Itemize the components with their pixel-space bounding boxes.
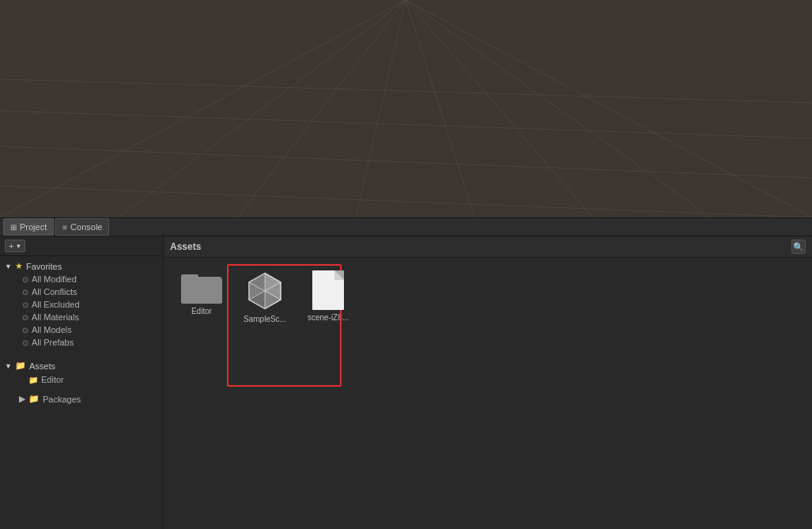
sidebar-item-all-models[interactable]: ⊙ All Models (0, 323, 163, 336)
svg-line-11 (406, 0, 593, 217)
search-icon-modified: ⊙ (22, 275, 28, 284)
editor-label: Editor (41, 375, 64, 384)
svg-line-10 (406, 0, 474, 217)
search-icon-excluded: ⊙ (22, 300, 28, 309)
svg-line-3 (0, 111, 812, 138)
plus-label: + (9, 241, 13, 251)
sidebar-item-all-prefabs[interactable]: ⊙ All Prefabs (0, 336, 163, 349)
editor-folder-icon: 📁 (28, 376, 38, 384)
favorites-arrow-icon: ▼ (5, 263, 12, 270)
svg-line-13 (406, 0, 812, 217)
packages-folder-icon: 📁 (28, 394, 40, 404)
assets-header-bar: Assets 🔍 (164, 236, 812, 258)
tab-console[interactable]: ≡ Console (55, 218, 109, 236)
viewport-grid (0, 0, 812, 217)
sidebar-item-all-conflicts[interactable]: ⊙ All Conflicts (0, 285, 163, 298)
plus-arrow-icon: ▼ (15, 243, 21, 250)
assets-grid: Editor (173, 267, 803, 327)
add-button[interactable]: + ▼ (5, 240, 25, 252)
favorites-header[interactable]: ▼ ★ Favorites (0, 259, 163, 273)
packages-section: ▶ 📁 Packages (0, 389, 163, 409)
svg-line-2 (0, 79, 812, 103)
sidebar: + ▼ ▼ ★ Favorites ⊙ All Modified ⊙ All C… (0, 236, 164, 529)
viewport (0, 0, 812, 217)
tab-console-label: Console (70, 222, 102, 232)
scene-file-icon (312, 270, 344, 310)
sidebar-item-all-excluded[interactable]: ⊙ All Excluded (0, 298, 163, 311)
assets-grid-area: Editor (164, 258, 812, 529)
asset-item-samplesc[interactable]: SampleSc... (236, 267, 293, 327)
svg-line-7 (119, 0, 406, 217)
folder-icon-editor (181, 270, 222, 304)
svg-line-5 (0, 186, 812, 217)
bottom-panel: + ▼ ▼ ★ Favorites ⊙ All Modified ⊙ All C… (0, 236, 812, 529)
search-icon-conflicts: ⊙ (22, 288, 28, 297)
project-tab-icon: ⊞ (10, 223, 17, 232)
sidebar-item-editor[interactable]: 📁 Editor (0, 373, 163, 386)
tab-project-label: Project (20, 222, 47, 232)
assets-title: Assets (170, 241, 201, 252)
all-excluded-label: All Excluded (32, 300, 80, 309)
search-icon-materials: ⊙ (22, 313, 28, 322)
asset-label-scene: scene-iZ8... (308, 313, 349, 322)
svg-line-6 (0, 0, 406, 217)
search-icon-models: ⊙ (22, 326, 28, 334)
assets-section: ▼ 📁 Assets 📁 Editor (0, 352, 163, 389)
sidebar-item-all-modified[interactable]: ⊙ All Modified (0, 273, 163, 285)
packages-label: Packages (43, 395, 81, 404)
assets-folder-header[interactable]: ▼ 📁 Assets (0, 358, 163, 373)
sidebar-item-all-materials[interactable]: ⊙ All Materials (0, 311, 163, 323)
asset-label-editor: Editor (191, 307, 212, 316)
assets-arrow-icon: ▼ (5, 362, 12, 370)
packages-arrow-icon: ▶ (19, 394, 25, 404)
search-icon-prefabs: ⊙ (22, 338, 28, 347)
all-conflicts-label: All Conflicts (32, 287, 77, 297)
assets-folder-label: Assets (29, 361, 55, 371)
main-content: Assets 🔍 Editor (164, 236, 812, 529)
unity-logo-icon (244, 270, 285, 312)
svg-line-4 (0, 146, 812, 178)
favorites-star-icon: ★ (15, 261, 23, 271)
all-modified-label: All Modified (32, 274, 77, 284)
packages-header[interactable]: ▶ 📁 Packages (0, 392, 163, 406)
search-button[interactable]: 🔍 (791, 240, 806, 254)
assets-folder-icon: 📁 (15, 361, 26, 371)
asset-label-samplesc: SampleSc... (244, 315, 286, 323)
sidebar-toolbar: + ▼ (0, 236, 163, 256)
all-prefabs-label: All Prefabs (32, 338, 74, 347)
favorites-section: ▼ ★ Favorites ⊙ All Modified ⊙ All Confl… (0, 256, 163, 352)
all-models-label: All Models (32, 325, 72, 334)
asset-item-scene[interactable]: scene-iZ8... (300, 267, 357, 325)
asset-item-editor[interactable]: Editor (173, 267, 230, 319)
search-icon: 🔍 (793, 242, 804, 252)
svg-line-12 (406, 0, 712, 217)
tab-project[interactable]: ⊞ Project (3, 218, 54, 236)
favorites-label: Favorites (26, 262, 62, 271)
tab-bar: ⊞ Project ≡ Console (0, 217, 812, 236)
console-tab-icon: ≡ (62, 223, 67, 232)
svg-line-9 (356, 0, 406, 217)
all-materials-label: All Materials (32, 312, 79, 322)
